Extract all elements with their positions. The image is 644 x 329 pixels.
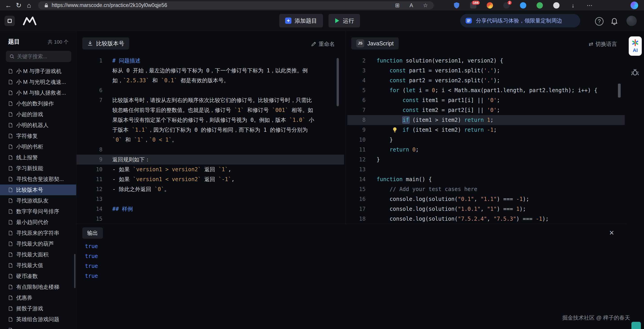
sidebar-item-label: 学习新技能 bbox=[16, 165, 43, 172]
code-line: 7 const item2 = part2[i] || '0'; bbox=[348, 105, 625, 115]
shield-extension-icon[interactable] bbox=[453, 2, 460, 9]
sidebar-item[interactable]: 小明的机器人 bbox=[0, 120, 76, 130]
line-number: 3 bbox=[348, 66, 366, 76]
extension-icon-badge-166[interactable]: 166 bbox=[470, 2, 477, 9]
sidebar-item[interactable]: 英雄组合游戏问题 bbox=[0, 314, 76, 325]
document-icon bbox=[8, 112, 13, 117]
problem-tab[interactable]: 比较版本号 bbox=[82, 37, 129, 50]
add-problem-button[interactable]: + 添加题目 bbox=[279, 14, 323, 28]
document-icon bbox=[8, 188, 13, 192]
sidebar-item[interactable]: 寻找最大的葫芦 bbox=[0, 238, 76, 249]
ai-assistant-button[interactable]: AI bbox=[629, 36, 642, 56]
sidebar-item-label: 字符修复 bbox=[16, 132, 38, 140]
markdown-line: 13 bbox=[76, 194, 344, 204]
document-icon bbox=[8, 134, 13, 138]
code-editor-lines[interactable]: 2 function solution(version1, version2) … bbox=[348, 56, 625, 224]
line-content: 果版本号没有指定某个下标处的修订号，则该修订号视为 0。例如，版本 `1.0` … bbox=[112, 115, 314, 125]
sidebar-item[interactable] bbox=[0, 325, 76, 329]
code-line: 8 if (item1 > item2) return 1; bbox=[348, 115, 625, 125]
line-content: 返回规则如下： bbox=[112, 154, 150, 164]
language-tab[interactable]: JS JavaScript bbox=[351, 37, 398, 50]
home-icon[interactable]: ⌂ bbox=[24, 2, 34, 9]
markdown-line: 10 - 如果 `version1 > version2` 返回 `1`, bbox=[76, 164, 344, 174]
sidebar-item-label: 数字字母问号排序 bbox=[16, 208, 59, 215]
green-extension-icon[interactable] bbox=[536, 2, 544, 9]
sidebar-item[interactable]: 最小趋同代价 bbox=[0, 217, 76, 228]
sidebar-scrollbar[interactable] bbox=[74, 254, 76, 288]
sidebar-item[interactable]: 寻找原来的字符串 bbox=[0, 228, 76, 238]
close-output-button[interactable]: × bbox=[607, 228, 616, 238]
line-content: console.log(solution("1.0.1", "1") === 1… bbox=[376, 204, 526, 214]
line-content: const item2 = part2[i] || '0'; bbox=[376, 105, 500, 115]
copilot-sidebar-icon[interactable] bbox=[630, 2, 638, 9]
share-banner[interactable]: 分享代码练习体验，领限量定制周边 bbox=[460, 14, 580, 28]
line-content: if (item1 < item2) return -1; bbox=[376, 125, 497, 135]
blue-drop-extension-icon[interactable] bbox=[519, 2, 527, 9]
sidebar-item[interactable]: 寻找包含斐波那契... bbox=[0, 174, 76, 184]
gray-extension-icon[interactable] bbox=[552, 2, 560, 9]
sidebar-item[interactable]: 寻找最大面积 bbox=[0, 249, 76, 260]
help-button[interactable]: ? bbox=[595, 17, 604, 26]
sidebar-item[interactable]: 学习新技能 bbox=[0, 163, 76, 174]
back-icon[interactable]: ← bbox=[3, 2, 14, 9]
sidebar-item[interactable]: 寻找最大值 bbox=[0, 260, 76, 271]
corner-widget[interactable] bbox=[632, 322, 641, 329]
sidebar-item-label: 寻找最大面积 bbox=[16, 251, 48, 258]
sidebar-item[interactable]: 摇骰子游戏 bbox=[0, 303, 76, 314]
editor-scrollbar[interactable] bbox=[618, 84, 621, 98]
watermark: 掘金技术社区 @ 稗子的春天 bbox=[562, 314, 630, 321]
line-content: for (let i = 0; i < Math.max(part1.lengt… bbox=[376, 86, 598, 95]
colorful-extension-icon[interactable] bbox=[486, 2, 494, 9]
sidebar-item-label: 最小趋同代价 bbox=[16, 219, 48, 226]
downloads-icon[interactable]: ↓ bbox=[569, 2, 577, 9]
notifications-button[interactable] bbox=[610, 17, 618, 26]
pencil-icon bbox=[311, 41, 316, 47]
code-line: 6 const item1 = part1[i] || '0'; bbox=[348, 95, 625, 105]
search-box[interactable] bbox=[6, 51, 71, 62]
favorite-star-icon[interactable]: ☆ bbox=[423, 2, 428, 8]
refresh-icon[interactable]: ↻ bbox=[14, 1, 24, 9]
sidebar-item[interactable]: 字符修复 bbox=[0, 130, 76, 141]
output-line: true bbox=[85, 271, 98, 281]
switch-language-label: 切换语言 bbox=[596, 40, 617, 48]
sidebar-item[interactable]: 硬币凑数 bbox=[0, 271, 76, 282]
extension-icon-badge-2[interactable]: 2 bbox=[503, 2, 510, 9]
sidebar-item[interactable]: 小明的书柜 bbox=[0, 141, 76, 152]
sidebar-item[interactable]: 小包的数列操作 bbox=[0, 98, 76, 109]
problem-scrollbar[interactable] bbox=[336, 58, 339, 106]
language-label: JavaScript bbox=[368, 40, 394, 47]
search-input[interactable] bbox=[17, 54, 76, 60]
sidebar-item[interactable]: 线上报警 bbox=[0, 152, 76, 163]
apps-grid-icon[interactable]: ⊞ bbox=[395, 2, 400, 8]
code-line: 15 // Add your test cases here bbox=[348, 184, 625, 194]
debug-icon[interactable] bbox=[630, 68, 640, 77]
output-tab[interactable]: 输出 bbox=[82, 228, 103, 239]
sidebar-item[interactable]: 小超的游戏 bbox=[0, 109, 76, 120]
sidebar-item[interactable]: 小 M 与狼人拯救者... bbox=[0, 88, 76, 98]
sidebar-item[interactable]: 寻找游戏队友 bbox=[0, 195, 76, 206]
sidebar-item-label: 英雄组合游戏问题 bbox=[16, 316, 59, 323]
collapse-sidebar-button[interactable] bbox=[4, 16, 15, 26]
rename-button[interactable]: 重命名 bbox=[311, 40, 335, 48]
switch-language-button[interactable]: ⇄ 切换语言 bbox=[589, 40, 617, 48]
user-avatar[interactable] bbox=[626, 16, 637, 26]
sidebar-item[interactable]: 优惠券 bbox=[0, 292, 76, 303]
sidebar-item-label: 小 M 与光明之魂速... bbox=[16, 78, 66, 86]
line-content: const part2 = version2.split('.'); bbox=[376, 76, 500, 86]
sidebar-item[interactable]: 小 M 与光明之魂速... bbox=[0, 77, 76, 88]
sidebar-item[interactable]: 比较版本号 bbox=[0, 184, 76, 195]
line-number: 11 bbox=[76, 174, 102, 184]
sidebar-item[interactable]: 小 M 与弹子游戏机 bbox=[0, 66, 76, 77]
sidebar-item[interactable]: 有点限制地走楼梯 bbox=[0, 282, 76, 292]
problem-markdown[interactable]: 1 # 问题描述 标从 0 开始，最左边的修订号下标为 0，下一个修订号下标为 … bbox=[76, 56, 344, 224]
sidebar-item-label: 线上报警 bbox=[16, 154, 38, 161]
url-bar[interactable]: https://www.marscode.cn/practice/2k10yl0… bbox=[38, 1, 434, 10]
read-aloud-icon[interactable]: A bbox=[410, 2, 413, 8]
sidebar-item[interactable]: 数字字母问号排序 bbox=[0, 206, 76, 217]
markdown-line: 9 返回规则如下： bbox=[76, 154, 344, 164]
line-number: 7 bbox=[76, 95, 102, 105]
sidebar-item-label: 寻找游戏队友 bbox=[16, 197, 48, 204]
browser-menu-icon[interactable]: ⋯ bbox=[586, 2, 594, 9]
panel-divider-vertical bbox=[346, 31, 346, 224]
run-button[interactable]: 运行 bbox=[328, 14, 360, 28]
